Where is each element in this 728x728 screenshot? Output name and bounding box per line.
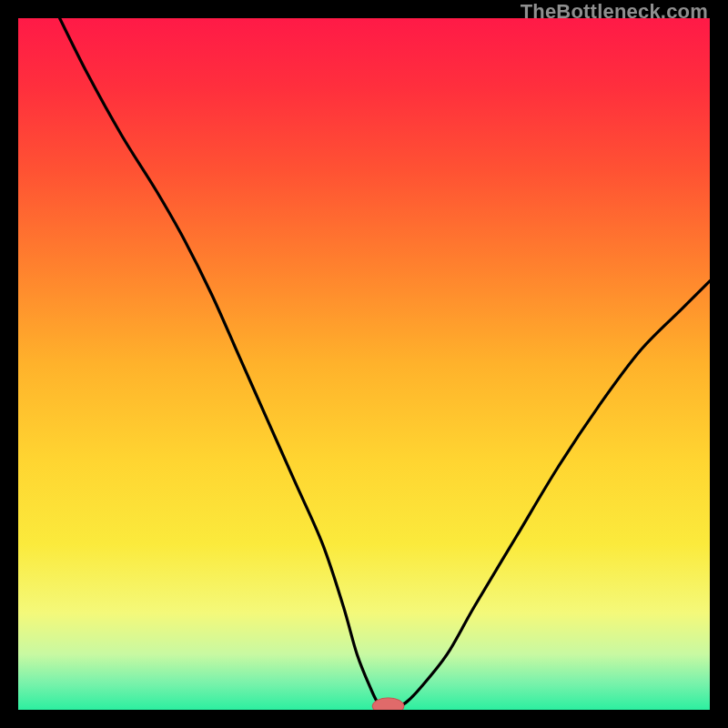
gradient-background [18, 18, 710, 710]
watermark-text: TheBottleneck.com [521, 0, 708, 24]
bottleneck-plot [18, 18, 710, 710]
chart-frame [18, 18, 710, 710]
